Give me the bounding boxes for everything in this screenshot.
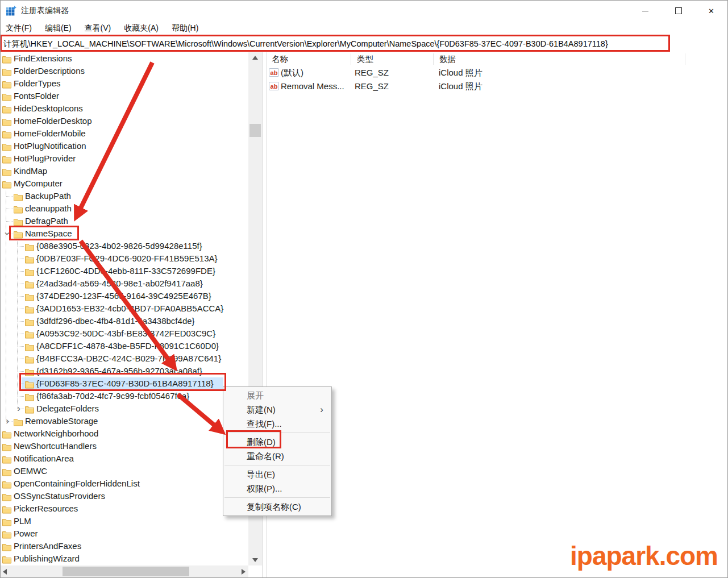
vertical-scroll-thumb[interactable]: [249, 124, 261, 137]
column-header-name[interactable]: 名称: [272, 54, 288, 65]
scroll-up-arrow[interactable]: [248, 52, 262, 63]
folder-icon: [2, 155, 11, 162]
column-separator[interactable]: [351, 53, 351, 65]
tree-row[interactable]: NetworkNeighborhood: [0, 427, 248, 440]
tree-connector: [18, 284, 24, 284]
tree-row-label: PrintersAndFaxes: [14, 540, 81, 552]
tree-row[interactable]: KindMap: [0, 165, 248, 177]
tree-row[interactable]: {d3162b92-9365-467a-956b-92703aca08af}: [0, 365, 248, 377]
tree-row[interactable]: FolderDescriptions: [0, 65, 248, 77]
tree-row[interactable]: FindExtensions: [0, 52, 248, 65]
tree-row[interactable]: OpenContainingFolderHiddenList: [0, 477, 248, 490]
watermark: ipapark.com: [570, 540, 718, 571]
tree-row[interactable]: HotPlugNotification: [0, 140, 248, 152]
scroll-left-arrow[interactable]: [0, 565, 10, 577]
tree-row[interactable]: {088e3905-0323-4b02-9826-5d99428e115f}: [0, 240, 248, 252]
tree-row[interactable]: {A8CDFF1C-4878-43be-B5FD-F8091C1C60D0}: [0, 340, 248, 352]
tree-row[interactable]: FontsFolder: [0, 90, 248, 102]
values-header: 名称 类型 数据: [267, 52, 728, 66]
chevron-icon[interactable]: ›: [14, 402, 23, 415]
menubar-item[interactable]: 收藏夹(A): [124, 23, 165, 34]
address-bar[interactable]: 计算机\HKEY_LOCAL_MACHINE\SOFTWARE\Microsof…: [0, 35, 728, 52]
tree-row[interactable]: OEMWC: [0, 465, 248, 477]
column-header-type[interactable]: 类型: [357, 54, 373, 65]
tree-row-label: OpenContainingFolderHiddenList: [14, 477, 140, 490]
value-row[interactable]: ab Removal Mess... REG_SZ iCloud 照片: [267, 80, 728, 93]
tree-row[interactable]: FolderTypes: [0, 77, 248, 90]
context-menu-item-label: 删除(D): [247, 437, 276, 447]
context-menu-item[interactable]: 新建(N) ›: [223, 402, 331, 417]
tree-row[interactable]: PrintersAndFaxes: [0, 540, 248, 552]
context-menu-item[interactable]: 删除(D) ›: [223, 435, 331, 449]
tree-row[interactable]: HideDesktopIcons: [0, 102, 248, 115]
submenu-arrow-icon: ›: [320, 402, 323, 417]
chevron-icon[interactable]: ›: [1, 229, 14, 238]
context-menu-item[interactable]: 重命名(R) ›: [223, 449, 331, 463]
tree-row[interactable]: {0DB7E03F-FC29-4DC6-9020-FF41B59E513A}: [0, 252, 248, 265]
tree-connector: [18, 359, 24, 359]
context-menu-separator: [224, 433, 330, 433]
horizontal-scroll-thumb[interactable]: [63, 567, 189, 576]
context-menu-item[interactable]: 展开 ›: [223, 388, 331, 402]
menubar-item[interactable]: 编辑(E): [45, 23, 78, 34]
menubar-item[interactable]: 帮助(H): [172, 23, 205, 34]
registry-editor-icon: [6, 6, 16, 16]
tree-row[interactable]: HomeFolderMobile: [0, 127, 248, 140]
tree-row[interactable]: NotificationArea: [0, 452, 248, 465]
tree-row-label: MyComputer: [14, 177, 63, 190]
tree-row[interactable]: PublishingWizard: [0, 552, 248, 565]
column-separator[interactable]: [433, 53, 434, 65]
tree-row[interactable]: {374DE290-123F-4565-9164-39C4925E467B}: [0, 290, 248, 302]
scroll-right-arrow[interactable]: [239, 565, 248, 577]
menubar-item[interactable]: 查看(V): [85, 23, 118, 34]
close-button[interactable]: ✕: [698, 0, 725, 22]
tree-row[interactable]: DefragPath: [0, 215, 248, 227]
tree-row[interactable]: {F0D63F85-37EC-4097-B30D-61B4A8917118}: [0, 377, 248, 390]
context-menu-item[interactable]: 查找(F)... ›: [223, 417, 331, 431]
tree-row[interactable]: {3dfdf296-dbec-4fb4-81d1-6a3438bcf4de}: [0, 315, 248, 327]
context-menu-item[interactable]: 导出(E) ›: [223, 467, 331, 481]
tree-row-label: {d3162b92-9365-467a-956b-92703aca08af}: [36, 365, 202, 377]
tree-row[interactable]: Power: [0, 527, 248, 540]
tree-row[interactable]: {24ad3ad4-a569-4530-98e1-ab02f9417aa8}: [0, 277, 248, 290]
maximize-button[interactable]: [665, 0, 692, 22]
tree-row-label: Power: [14, 527, 38, 540]
tree-row[interactable]: {A0953C92-50DC-43bf-BE83-3742FED03C9C}: [0, 327, 248, 340]
scroll-down-arrow[interactable]: [248, 555, 262, 565]
tree-horizontal-scrollbar[interactable]: [0, 565, 248, 577]
chevron-icon[interactable]: ›: [3, 415, 12, 427]
context-menu-item[interactable]: 复制项名称(C) ›: [223, 500, 331, 514]
tree-row[interactable]: › NameSpace: [0, 227, 248, 240]
tree-row[interactable]: HotPlugProvider: [0, 152, 248, 165]
tree-row-label: HotPlugNotification: [14, 140, 86, 152]
tree-row[interactable]: {3ADD1653-EB32-4cb0-BBD7-DFA0ABB5ACCA}: [0, 302, 248, 315]
tree-row[interactable]: NewShortcutHandlers: [0, 440, 248, 452]
tree-row[interactable]: OSSyncStatusProviders: [0, 490, 248, 502]
column-separator[interactable]: [685, 53, 685, 65]
column-header-data[interactable]: 数据: [439, 54, 456, 65]
context-menu-item-label: 重命名(R): [247, 451, 284, 461]
value-row[interactable]: ab (默认) REG_SZ iCloud 照片: [267, 66, 728, 80]
tree-row[interactable]: cleanuppath: [0, 202, 248, 215]
context-menu-item-label: 导出(E): [247, 469, 275, 479]
tree-row-label: HomeFolderDesktop: [14, 115, 92, 127]
context-menu-item[interactable]: 权限(P)... ›: [223, 481, 331, 496]
tree-row[interactable]: PickerResources: [0, 502, 248, 515]
tree-row-label: {3ADD1653-EB32-4cb0-BBD7-DFA0ABB5ACCA}: [36, 302, 223, 315]
tree-row[interactable]: {f86fa3ab-70d2-4fc7-9c99-fcbf05467f3a}: [0, 390, 248, 402]
tree-row[interactable]: › DelegateFolders: [0, 402, 248, 415]
tree-row[interactable]: {1CF1260C-4DD0-4ebb-811F-33C572699FDE}: [0, 265, 248, 277]
menubar-item[interactable]: 文件(F): [6, 23, 38, 34]
tree-row[interactable]: › RemovableStorage: [0, 415, 248, 427]
tree-connector: [18, 309, 24, 309]
tree-row[interactable]: HomeFolderDesktop: [0, 115, 248, 127]
minimize-button[interactable]: [632, 0, 659, 22]
tree-row[interactable]: BackupPath: [0, 190, 248, 202]
tree-row[interactable]: MyComputer: [0, 177, 248, 190]
tree-row[interactable]: PLM: [0, 515, 248, 527]
tree-row-label: DelegateFolders: [36, 402, 99, 415]
tree-row-label: PLM: [14, 515, 31, 527]
tree-row[interactable]: {B4BFCC3A-DB2C-424C-B029-7FE99A87C641}: [0, 352, 248, 365]
tree-connector: [18, 321, 24, 322]
tree-row-label: {0DB7E03F-FC29-4DC6-9020-FF41B59E513A}: [36, 252, 218, 265]
